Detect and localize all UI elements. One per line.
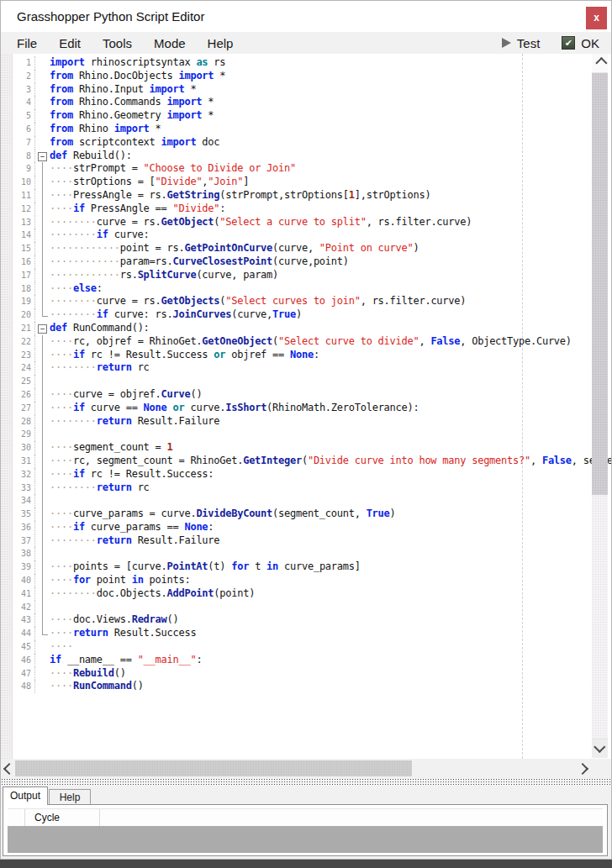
menu-item-mode[interactable]: Mode — [143, 32, 197, 54]
menu-item-tools[interactable]: Tools — [92, 32, 143, 54]
fold-margin — [35, 627, 50, 640]
code-line[interactable]: 35····curve_params = curve.DivideByCount… — [13, 508, 591, 521]
code-line[interactable]: 44····return Result.Success — [13, 627, 591, 640]
line-number: 21 — [13, 322, 35, 335]
code-line[interactable]: 42 — [13, 601, 591, 614]
scroll-right-arrow-icon[interactable] — [576, 761, 589, 776]
output-column-blank[interactable] — [8, 809, 25, 826]
fold-margin — [35, 361, 50, 375]
menu-item-file[interactable]: File — [6, 32, 48, 54]
code-line[interactable]: 6from Rhino import * — [13, 123, 591, 136]
code-line[interactable]: 15············point = rs.GetPointOnCurve… — [13, 242, 591, 255]
code-line[interactable]: 10····strOptions = ["Divide","Join"] — [13, 176, 591, 189]
code-text: from Rhino import * — [50, 123, 161, 136]
code-line[interactable]: 34 — [13, 494, 591, 508]
code-line[interactable]: 38 — [13, 547, 591, 560]
menu-item-edit[interactable]: Edit — [48, 32, 92, 54]
menu-item-help[interactable]: Help — [197, 32, 245, 54]
code-line[interactable]: 41········doc.Objects.AddPoint(point) — [13, 587, 591, 601]
code-line[interactable]: 31····rc, segment_count = RhinoGet.GetIn… — [13, 455, 591, 468]
code-line[interactable]: 4from Rhino.Commands import * — [13, 96, 591, 109]
ok-button[interactable]: ✔ OK — [562, 36, 599, 50]
fold-collapse-icon[interactable]: − — [35, 322, 50, 335]
code-line[interactable]: 3from Rhino.Input import * — [13, 83, 591, 97]
panel-splitter[interactable] — [1, 778, 611, 786]
fold-collapse-icon[interactable]: − — [35, 150, 50, 163]
code-line[interactable]: 22····rc, objref = RhinoGet.GetOneObject… — [13, 335, 591, 349]
code-line[interactable]: 18····else: — [13, 282, 591, 296]
scroll-down-arrow-icon[interactable] — [592, 739, 608, 758]
code-line[interactable]: 39····points = [curve.PointAt(t) for t i… — [13, 560, 591, 574]
code-line[interactable]: 27····if curve == None or curve.IsShort(… — [13, 402, 591, 415]
code-text: ····rc, objref = RhinoGet.GetOneObject("… — [50, 335, 572, 349]
code-line[interactable]: 5from Rhino.Geometry import * — [13, 109, 591, 123]
line-number: 26 — [13, 388, 35, 402]
code-line[interactable]: 2from Rhino.DocObjects import * — [13, 70, 591, 83]
fold-margin — [35, 123, 50, 136]
code-line[interactable]: 48····RunCommand() — [13, 680, 591, 693]
fold-margin — [35, 269, 50, 282]
code-line[interactable]: 46if __name__ == "__main__": — [13, 654, 591, 667]
code-line[interactable]: 28········return Result.Failure — [13, 415, 591, 429]
output-column-cycle[interactable]: Cycle — [25, 809, 100, 826]
code-line[interactable]: 7from scriptcontext import doc — [13, 136, 591, 150]
fold-margin — [35, 70, 50, 83]
fold-margin — [35, 375, 50, 388]
scroll-left-arrow-icon[interactable] — [3, 761, 16, 776]
code-line[interactable]: 21−def RunCommand(): — [13, 322, 591, 335]
close-icon[interactable]: x — [586, 7, 607, 29]
code-line[interactable]: 29 — [13, 428, 591, 441]
line-number: 14 — [13, 229, 35, 242]
code-line[interactable]: 40····for point in points: — [13, 574, 591, 587]
code-line[interactable]: 19········curve = rs.GetObjects("Select … — [13, 295, 591, 308]
fold-margin — [35, 282, 50, 296]
fold-margin — [35, 547, 50, 560]
code-line[interactable]: 30····segment_count = 1 — [13, 441, 591, 455]
code-line[interactable]: 26····curve = objref.Curve() — [13, 388, 591, 402]
code-editor[interactable]: 1import rhinoscriptsyntax as rs2from Rhi… — [1, 54, 611, 759]
code-line[interactable]: 33········return rc — [13, 481, 591, 495]
fold-margin — [35, 601, 50, 614]
code-text: ········doc.Objects.AddPoint(point) — [50, 587, 255, 601]
horizontal-scrollbar-thumb[interactable] — [15, 760, 412, 776]
code-text: ········return Result.Failure — [50, 534, 219, 548]
code-line[interactable]: 23····if rc != Result.Success or objref … — [13, 349, 591, 362]
code-line[interactable]: 20········if curve: rs.JoinCurves(curve,… — [13, 308, 591, 322]
code-line[interactable]: 45···· — [13, 640, 591, 654]
fold-margin — [35, 83, 50, 97]
code-line[interactable]: 25 — [13, 375, 591, 388]
line-number: 15 — [13, 242, 35, 255]
code-line[interactable]: 1import rhinoscriptsyntax as rs — [13, 56, 591, 70]
menu-bar: FileEditToolsModeHelp Test ✔ OK — [1, 32, 611, 55]
fold-margin — [35, 308, 50, 322]
tab-output[interactable]: Output — [3, 786, 48, 805]
code-line[interactable]: 32····if rc != Result.Success: — [13, 468, 591, 481]
tab-help[interactable]: Help — [49, 789, 91, 805]
code-line[interactable]: 43····doc.Views.Redraw() — [13, 613, 591, 627]
code-text: import rhinoscriptsyntax as rs — [50, 56, 225, 70]
code-line[interactable]: 8−def Rebuild(): — [13, 150, 591, 163]
test-button[interactable]: Test — [502, 36, 541, 50]
line-number: 38 — [13, 547, 35, 560]
code-line[interactable]: 16············param=rs.CurveClosestPoint… — [13, 255, 591, 269]
code-line[interactable]: 11····PressAngle = rs.GetString(strPromp… — [13, 189, 591, 203]
code-line[interactable]: 24········return rc — [13, 361, 591, 375]
vertical-scrollbar-thumb[interactable] — [592, 73, 608, 495]
code-text: ····rc, segment_count = RhinoGet.GetInte… — [50, 455, 611, 468]
output-list-body[interactable] — [8, 826, 603, 853]
code-line[interactable]: 37········return Result.Failure — [13, 534, 591, 548]
code-line[interactable]: 36····if curve_params == None: — [13, 521, 591, 534]
code-line[interactable]: 9····strPrompt = "Choose to Divide or Jo… — [13, 162, 591, 176]
code-line[interactable]: 47····Rebuild() — [13, 667, 591, 681]
code-line[interactable]: 17············rs.SplitCurve(curve, param… — [13, 269, 591, 282]
code-line[interactable]: 13········curve = rs.GetObject("Select a… — [13, 216, 591, 229]
vertical-scrollbar[interactable] — [592, 54, 608, 758]
code-line[interactable]: 14········if curve: — [13, 229, 591, 242]
horizontal-scrollbar[interactable] — [1, 759, 611, 778]
scroll-up-arrow-icon[interactable] — [592, 54, 608, 73]
line-number: 39 — [13, 560, 35, 574]
vertical-scrollbar-track[interactable] — [592, 495, 608, 739]
line-number: 41 — [13, 587, 35, 601]
code-line[interactable]: 12····if PressAngle == "Divide": — [13, 203, 591, 216]
line-number: 23 — [13, 349, 35, 362]
